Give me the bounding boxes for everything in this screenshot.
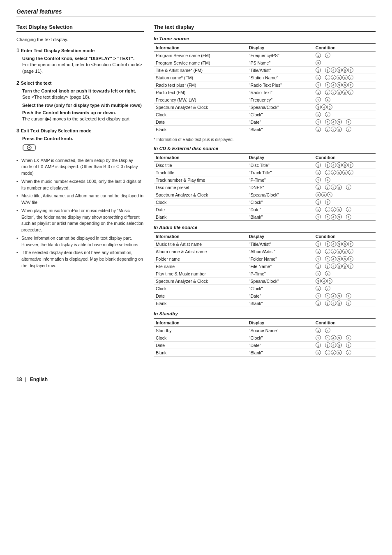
cell-info-0: Standby xyxy=(154,327,247,334)
subsection-title-1: In CD & External disc source xyxy=(154,146,376,151)
cell-display-1: "PS Name" xyxy=(247,59,314,67)
cell-info-7: Spectrum Analyzer & Clock xyxy=(154,104,247,111)
table-row: Disc name preset"DNPS"13457 xyxy=(154,184,376,191)
cell-display-7: "Blank" xyxy=(247,213,314,221)
cell-info-3: File name xyxy=(154,263,247,270)
cell-info-5: Clock xyxy=(154,199,247,206)
cell-info-2: Title & Artist name* (FM) xyxy=(154,67,247,74)
cell-condition-5: 17 xyxy=(314,199,376,206)
cell-condition-0: 134567 xyxy=(314,240,376,248)
col-header-0: Information xyxy=(154,44,247,52)
cell-condition-9: 13457 xyxy=(314,118,376,126)
table-row: Clock"Clock"17 xyxy=(154,111,376,118)
cell-display-4: "P-Time" xyxy=(247,270,314,278)
right-column: The text display In Tuner sourceInformat… xyxy=(154,24,376,361)
cell-display-2: "P-Time" xyxy=(247,176,314,184)
col-header-1: Display xyxy=(247,319,314,327)
cell-condition-7: 345 xyxy=(314,104,376,111)
table-1: InformationDisplayConditionDisc title"Di… xyxy=(154,153,376,221)
cell-condition-0: 134567 xyxy=(314,162,376,169)
table-row: Date"Date"13457 xyxy=(154,342,376,349)
table-row: Date"Date"13457 xyxy=(154,292,376,300)
col-header-1: Display xyxy=(247,153,314,162)
cell-info-5: Spectrum Analyzer & Clock xyxy=(154,278,247,285)
step-3-subheading: Press the Control knob. xyxy=(22,136,144,141)
cell-display-6: "Frequency" xyxy=(247,96,314,104)
cell-info-1: Clock xyxy=(154,334,247,342)
step-2-number: 2 xyxy=(16,80,21,86)
step-2-heading: Select the text xyxy=(21,81,52,86)
cell-condition-3: 134567 xyxy=(314,74,376,81)
cell-condition-2: 13457 xyxy=(314,342,376,349)
cell-display-10: "Blank" xyxy=(247,126,314,133)
col-header-0: Information xyxy=(154,153,247,162)
table-2: InformationDisplayConditionMusic title &… xyxy=(154,232,376,307)
step-3-heading: Exit Text Display Selection mode xyxy=(21,128,92,133)
page-number: 18 xyxy=(16,377,22,382)
table-row: Blank"Blank"13457 xyxy=(154,213,376,221)
cell-display-8: "Blank" xyxy=(247,300,314,307)
cell-condition-4: 134567 xyxy=(314,81,376,89)
cell-display-3: "Blank" xyxy=(247,349,314,356)
cell-condition-0: 14 xyxy=(314,52,376,59)
bullet-5: Same information cannot be displayed in … xyxy=(16,235,144,248)
col-header-2: Condition xyxy=(314,44,376,52)
cell-display-3: "File Name" xyxy=(247,263,314,270)
cell-info-3: Station name* (FM) xyxy=(154,74,247,81)
left-intro: Changing the text display. xyxy=(16,36,144,43)
cell-display-3: "Station Name" xyxy=(247,74,314,81)
table-row: Track title"Track Title"134567 xyxy=(154,169,376,176)
table-row: File name"File Name"134567 xyxy=(154,263,376,270)
cell-info-5: Radio text (FM) xyxy=(154,89,247,96)
cell-info-3: Blank xyxy=(154,349,247,356)
cell-condition-3: 134567 xyxy=(314,263,376,270)
cell-condition-1: 3 xyxy=(314,59,376,67)
footer-separator: | xyxy=(25,377,26,382)
cell-display-6: "Date" xyxy=(247,206,314,213)
cell-info-4: Radio text plus* (FM) xyxy=(154,81,247,89)
cell-info-7: Blank xyxy=(154,213,247,221)
cell-display-0: "Frequency/PS" xyxy=(247,52,314,59)
table-row: Program Service name (FM)"PS Name"3 xyxy=(154,59,376,67)
cell-info-6: Frequency (MW, LW) xyxy=(154,96,247,104)
table-row: Disc title"Disc Title"134567 xyxy=(154,162,376,169)
table-row: Standby"Source Name"14 xyxy=(154,327,376,334)
table-row: Blank"Blank"13457 xyxy=(154,349,376,356)
cell-display-4: "Radio Text Plus" xyxy=(247,81,314,89)
table-row: Frequency (MW, LW)"Frequency"14 xyxy=(154,96,376,104)
cell-condition-2: 14 xyxy=(314,176,376,184)
bullet-list: When LX-AMP is connected, the item setup… xyxy=(16,157,144,269)
cell-display-2: "Folder Name" xyxy=(247,255,314,263)
table-footnote-0: * Information of Radio text plus is disp… xyxy=(154,137,376,142)
cell-display-7: "Speana/Clock" xyxy=(247,104,314,111)
knob-icon xyxy=(22,143,144,153)
subsection-title-3: In Standby xyxy=(154,311,376,316)
cell-info-9: Date xyxy=(154,118,247,126)
tables-container: In Tuner sourceInformationDisplayConditi… xyxy=(154,36,376,356)
step-3: 3 Exit Text Display Selection mode Press… xyxy=(16,127,144,153)
cell-display-3: "DNPS" xyxy=(247,184,314,191)
cell-condition-4: 14 xyxy=(314,270,376,278)
cell-info-4: Play time & Music number xyxy=(154,270,247,278)
cell-display-2: "Title/Artist" xyxy=(247,67,314,74)
step-2-sub2note: The cursor (▶) moves to the selected tex… xyxy=(22,116,144,123)
cell-condition-5: 134567 xyxy=(314,89,376,96)
page-footer: 18 | English xyxy=(16,373,376,382)
table-row: Clock"Clock"17 xyxy=(154,199,376,206)
cell-display-1: "Track Title" xyxy=(247,169,314,176)
col-header-0: Information xyxy=(154,319,247,327)
step-2: 2 Select the text Turn the Control knob … xyxy=(16,80,144,123)
svg-point-2 xyxy=(29,147,30,148)
footer-lang: English xyxy=(30,377,48,382)
cell-display-0: "Source Name" xyxy=(247,327,314,334)
step-1: 1 Enter Text Display Selection mode Usin… xyxy=(16,47,144,75)
bullet-4: When playing music from iPod or music ed… xyxy=(16,208,144,234)
cell-condition-3: 13457 xyxy=(314,349,376,356)
cell-info-0: Music title & Artist name xyxy=(154,240,247,248)
bullet-6: If the selected display item does not ha… xyxy=(16,250,144,269)
cell-display-0: "Title/Artist" xyxy=(247,240,314,248)
right-section-title: The text display xyxy=(154,24,376,32)
table-row: Clock"Clock"17 xyxy=(154,285,376,292)
cell-condition-10: 13457 xyxy=(314,126,376,133)
cell-condition-6: 13457 xyxy=(314,206,376,213)
